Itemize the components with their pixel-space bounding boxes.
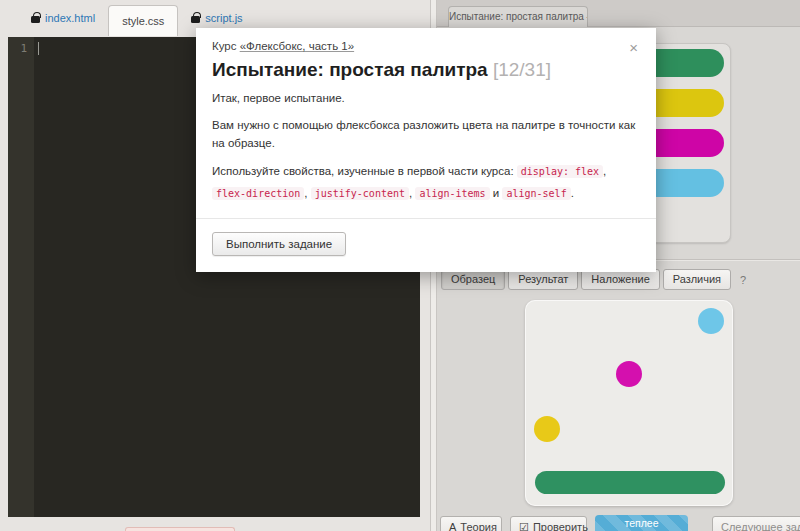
task-title-text: Испытание: простая палитра	[212, 59, 488, 80]
separator: .	[571, 187, 574, 199]
sample-dot-yellow	[534, 416, 560, 442]
similarity-progress: теплее	[595, 515, 688, 531]
sample-canvas	[525, 300, 733, 506]
task-description: Вам нужно с помощью флексбокса разложить…	[212, 117, 640, 153]
editor-tab-label: script.js	[205, 12, 242, 24]
course-link[interactable]: «Флексбокс, часть 1»	[240, 40, 354, 52]
task-properties: Используйте свойства, изученные в первой…	[212, 161, 640, 205]
viewer-tab-overlay[interactable]: Наложение	[581, 269, 659, 290]
lock-icon	[31, 16, 40, 23]
line-number: 1	[20, 42, 27, 55]
theory-button[interactable]: А Теория	[440, 516, 502, 531]
preview-window-chrome: Испытание: простая палитра — H	[437, 0, 800, 27]
sample-dot-magenta	[616, 361, 642, 387]
viewer-tab-diff[interactable]: Различия	[663, 269, 731, 290]
preview-window-tab[interactable]: Испытание: простая палитра — H	[448, 6, 588, 27]
theory-label: Теория	[460, 521, 497, 531]
separator: и	[490, 187, 503, 199]
modal-divider	[196, 218, 656, 219]
hint-label: теплее	[624, 517, 658, 529]
code-chip: flex-direction	[212, 187, 304, 200]
separator: ,	[304, 187, 310, 199]
course-prefix: Курс	[212, 40, 240, 52]
cutoff-pink-button[interactable]	[125, 527, 235, 531]
check-label: Проверить	[533, 521, 588, 531]
task-intro: Итак, первое испытание.	[212, 90, 640, 108]
editor-tab-style-css[interactable]: style.css	[108, 5, 178, 36]
task-modal: Курс «Флексбокс, часть 1» × Испытание: п…	[196, 28, 656, 272]
check-icon: ☑	[519, 521, 529, 531]
usage-lead: Используйте свойства, изученные в первой…	[212, 165, 517, 177]
sample-dot-blue	[698, 308, 724, 334]
check-button[interactable]: ☑ Проверить	[510, 516, 587, 531]
editor-tab-index-html[interactable]: index.html	[18, 0, 108, 36]
viewer-tab-result[interactable]: Результат	[508, 269, 578, 290]
task-progress: [12/31]	[493, 59, 551, 80]
start-task-button[interactable]: Выполнить задание	[212, 232, 346, 256]
editor-gutter: 1	[8, 37, 34, 517]
code-chip: align-items	[415, 187, 489, 200]
editor-cursor	[38, 42, 39, 55]
viewer-tab-bar: Образец Результат Наложение Различия ?	[441, 269, 746, 290]
close-icon[interactable]: ×	[629, 40, 638, 55]
sample-bar-green	[535, 471, 725, 494]
next-task-button[interactable]: Следующее задание	[712, 516, 800, 531]
theory-icon: А	[449, 521, 456, 531]
code-chip: display: flex	[517, 165, 603, 178]
next-task-label: Следующее задание	[721, 521, 800, 531]
viewer-tab-sample[interactable]: Образец	[441, 269, 505, 290]
code-chip: justify-content	[311, 187, 409, 200]
separator: ,	[603, 165, 606, 177]
task-title: Испытание: простая палитра [12/31]	[212, 59, 640, 81]
viewer-help-link[interactable]: ?	[740, 274, 746, 286]
editor-tab-label: index.html	[45, 12, 95, 24]
lock-icon	[191, 16, 200, 23]
modal-kicker: Курс «Флексбокс, часть 1»	[212, 40, 640, 52]
editor-tab-label: style.css	[122, 15, 164, 27]
code-chip: align-self	[502, 187, 570, 200]
